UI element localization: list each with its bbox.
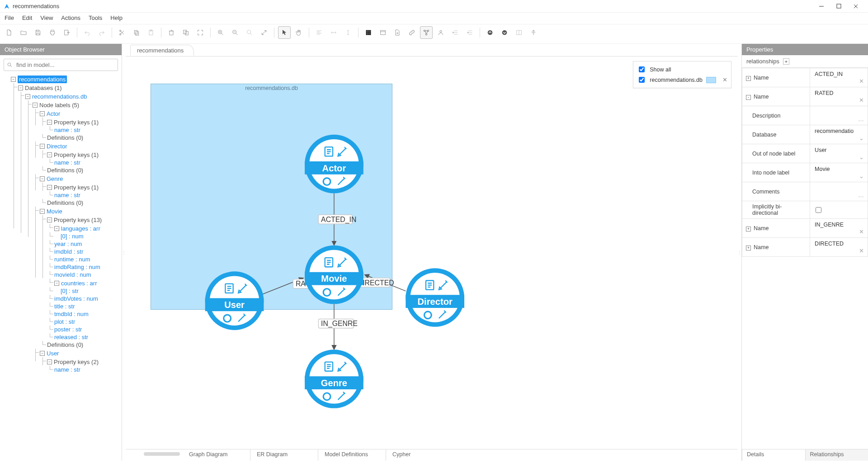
- prop-expander-icon[interactable]: +: [746, 227, 751, 232]
- tree-propkeys[interactable]: Property keys (13): [54, 216, 102, 224]
- zoom-out-icon[interactable]: [229, 26, 241, 39]
- tree-label-director[interactable]: Director: [47, 142, 67, 150]
- tree-prop[interactable]: plot : str: [54, 318, 75, 326]
- h-scroll-thumb[interactable]: [144, 452, 180, 456]
- redo-icon[interactable]: [95, 26, 108, 39]
- maximize-button[interactable]: [830, 1, 847, 12]
- clear-icon[interactable]: ✕: [859, 97, 864, 104]
- down-circle-icon[interactable]: [498, 26, 511, 39]
- search-field[interactable]: [4, 59, 118, 71]
- tree-defs[interactable]: Definitions (0): [47, 199, 83, 207]
- save-icon[interactable]: [32, 26, 44, 39]
- dropdown-icon[interactable]: ⌄: [859, 135, 864, 142]
- tree-label-movie[interactable]: Movie: [47, 208, 62, 215]
- tree-prop[interactable]: [0] : num: [61, 232, 84, 240]
- tree-propkeys[interactable]: Property keys (1): [54, 118, 99, 126]
- tree-prop[interactable]: poster : str: [54, 326, 82, 333]
- node-director[interactable]: Director: [406, 268, 464, 327]
- cut-icon[interactable]: [116, 26, 128, 39]
- tree-defs[interactable]: Definitions (0): [47, 134, 83, 142]
- tree-prop[interactable]: name : str: [54, 366, 80, 373]
- prop-input[interactable]: [814, 128, 864, 135]
- prop-value[interactable]: ⌄: [810, 163, 868, 182]
- dropdown-icon[interactable]: ⌄: [859, 154, 864, 161]
- tree-label-user[interactable]: User: [47, 350, 59, 357]
- tab-er-diagram[interactable]: ER Diagram: [250, 449, 318, 461]
- tree-db[interactable]: recommendations.db: [32, 93, 87, 100]
- list-indent-icon[interactable]: [449, 26, 462, 39]
- tree-prop[interactable]: name : str: [54, 126, 80, 134]
- prop-input[interactable]: [814, 240, 864, 247]
- tree-prop[interactable]: languages : arr: [61, 225, 100, 232]
- tree-propkeys[interactable]: Property keys (1): [54, 151, 99, 159]
- tree-prop[interactable]: title : str: [54, 302, 75, 310]
- expander-icon[interactable]: −: [11, 77, 16, 82]
- zoom-in-icon[interactable]: [214, 26, 227, 39]
- canvas[interactable]: recommendations.db ACTED_IN RATED DIRECT…: [126, 57, 738, 449]
- node-actor[interactable]: Actor: [305, 135, 363, 194]
- prop-input[interactable]: [814, 165, 864, 173]
- hand-icon[interactable]: [292, 26, 305, 39]
- tree-prop[interactable]: imdbVotes : num: [54, 295, 98, 302]
- tab-model-definitions[interactable]: Model Definitions: [318, 449, 386, 461]
- prop-input[interactable]: [814, 146, 864, 154]
- tree-prop[interactable]: imdbId : str: [54, 248, 83, 255]
- tree-defs[interactable]: Definitions (0): [47, 341, 83, 349]
- tree-defs[interactable]: Definitions (0): [47, 166, 83, 174]
- resize-icon[interactable]: [258, 26, 270, 39]
- menu-edit[interactable]: Edit: [22, 14, 32, 21]
- collapse-icon[interactable]: [527, 26, 540, 39]
- prop-input[interactable]: [814, 184, 864, 192]
- prop-value[interactable]: ✕: [810, 219, 868, 238]
- paste-icon[interactable]: [145, 26, 157, 39]
- node-user[interactable]: User: [205, 271, 264, 330]
- h-arrows-icon[interactable]: [327, 26, 340, 39]
- prop-value[interactable]: ✕: [810, 238, 868, 257]
- link-icon[interactable]: [406, 26, 418, 39]
- prop-value[interactable]: [810, 201, 868, 219]
- prop-expander-icon[interactable]: -: [746, 95, 751, 100]
- grid-icon[interactable]: [362, 26, 375, 39]
- prop-expander-icon[interactable]: +: [746, 76, 751, 81]
- print-icon[interactable]: [46, 26, 59, 39]
- prop-expander-icon[interactable]: +: [746, 246, 751, 250]
- tree-prop[interactable]: countries : arr: [61, 279, 97, 287]
- prop-value[interactable]: ⌄: [810, 125, 868, 144]
- list-outdent-icon[interactable]: [463, 26, 476, 39]
- undo-icon[interactable]: [81, 26, 94, 39]
- export-icon[interactable]: [61, 26, 73, 39]
- person-icon[interactable]: [434, 26, 447, 39]
- prop-value[interactable]: …: [810, 106, 868, 125]
- tree-prop[interactable]: runtime : num: [54, 255, 90, 263]
- legend-close-icon[interactable]: ✕: [722, 76, 727, 83]
- menu-actions[interactable]: Actions: [61, 14, 80, 21]
- new-file-icon[interactable]: [3, 26, 15, 39]
- node-genre[interactable]: Genre: [305, 350, 363, 408]
- prop-input[interactable]: [814, 71, 864, 78]
- prop-value[interactable]: ✕: [810, 68, 868, 87]
- tree-node-labels[interactable]: Node labels (5): [39, 101, 79, 109]
- tree-root[interactable]: recommendations: [18, 76, 67, 83]
- up-circle-icon[interactable]: [484, 26, 496, 39]
- menu-tools[interactable]: Tools: [89, 14, 102, 21]
- tab-cypher[interactable]: Cypher: [386, 449, 454, 461]
- menu-help[interactable]: Help: [110, 14, 123, 21]
- prop-checkbox[interactable]: [816, 207, 821, 213]
- more-icon[interactable]: …: [858, 192, 864, 198]
- duplicate-icon[interactable]: [179, 26, 192, 39]
- close-button[interactable]: [847, 1, 864, 12]
- clear-icon[interactable]: ✕: [859, 247, 864, 254]
- minimize-button[interactable]: [813, 1, 830, 12]
- tree-propkeys[interactable]: Property keys (1): [54, 184, 99, 191]
- pointer-icon[interactable]: [278, 26, 291, 39]
- add-doc-icon[interactable]: [391, 26, 404, 39]
- prop-value[interactable]: ⌄: [810, 144, 868, 163]
- open-folder-icon[interactable]: [17, 26, 30, 39]
- fit-icon[interactable]: [194, 26, 207, 39]
- tree-prop[interactable]: [0] : str: [61, 287, 79, 295]
- doc-tab-recommendations[interactable]: recommendations: [130, 45, 194, 56]
- tree-label-actor[interactable]: Actor: [47, 110, 60, 118]
- tree-prop[interactable]: movieId : num: [54, 271, 91, 279]
- tree-prop[interactable]: name : str: [54, 191, 80, 199]
- crumb-label[interactable]: relationships: [746, 58, 779, 65]
